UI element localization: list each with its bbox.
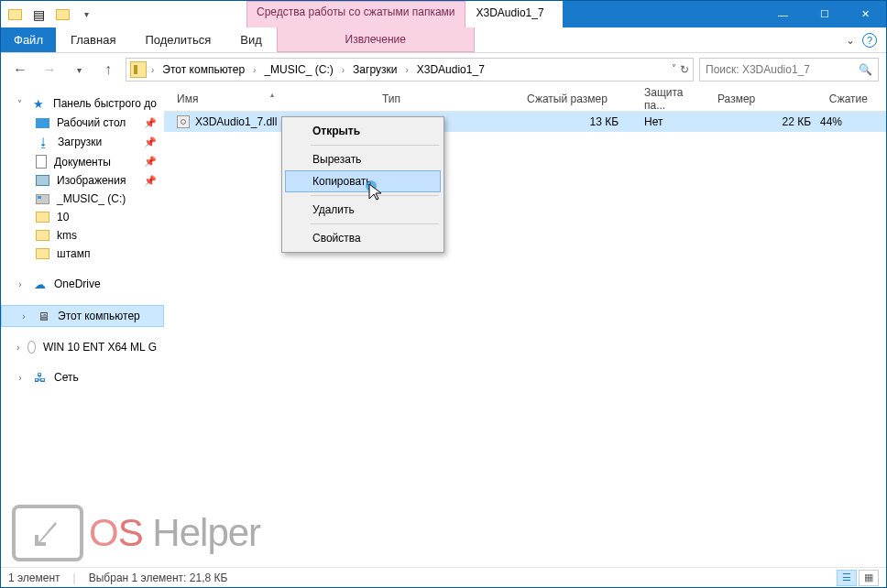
tab-home[interactable]: Главная xyxy=(56,27,130,52)
breadcrumb-current[interactable]: X3DAudio1_7 xyxy=(413,63,488,76)
chevron-right-icon[interactable]: › xyxy=(16,343,20,353)
ribbon: Файл Главная Поделиться Вид Извлечение ⌄… xyxy=(1,27,886,53)
navigation-row: ← → ▾ ↑ › Этот компьютер › _MUSIC_ (C:) … xyxy=(1,53,886,86)
back-button[interactable]: ← xyxy=(8,58,32,82)
nav-documents[interactable]: Документы📌 xyxy=(1,152,164,171)
window-controls: ― ☐ ✕ xyxy=(762,1,886,27)
address-bar[interactable]: › Этот компьютер › _MUSIC_ (C:) › Загруз… xyxy=(126,58,694,82)
breadcrumb-downloads[interactable]: Загрузки xyxy=(349,63,400,76)
col-name[interactable]: Имя▴ xyxy=(170,93,375,105)
chevron-right-icon[interactable]: › xyxy=(19,311,28,321)
thumbnails-view-button[interactable]: ▦ xyxy=(859,570,879,586)
drive-icon xyxy=(36,194,49,204)
address-dropdown-icon[interactable]: ˅ xyxy=(672,63,676,76)
status-bar: 1 элемент | Выбран 1 элемент: 21,8 КБ ☰ … xyxy=(1,567,886,587)
nav-onedrive[interactable]: ›☁OneDrive xyxy=(1,274,164,294)
search-icon[interactable]: 🔍 xyxy=(859,63,872,76)
qat-customize-icon[interactable]: ▾ xyxy=(76,5,96,25)
pin-icon: 📌 xyxy=(144,117,157,129)
column-headers: Имя▴ Тип Сжатый размер Защита па... Разм… xyxy=(164,86,886,112)
chevron-right-icon[interactable]: › xyxy=(16,373,25,383)
ctx-properties[interactable]: Свойства xyxy=(285,227,441,249)
quick-access-header[interactable]: ˅ ★ Панель быстрого до xyxy=(1,93,164,114)
folder-icon xyxy=(36,230,49,241)
tab-share[interactable]: Поделиться xyxy=(130,27,225,52)
nav-desktop[interactable]: Рабочий стол📌 xyxy=(1,114,164,132)
tab-extract[interactable]: Извлечение xyxy=(277,27,475,52)
breadcrumb-sep[interactable]: › xyxy=(250,65,258,75)
up-button[interactable]: ↑ xyxy=(96,58,120,82)
file-protection: Нет xyxy=(637,115,710,128)
pc-icon: 🖥 xyxy=(36,309,50,323)
file-compressed-size: 13 КБ xyxy=(520,115,637,128)
nav-this-pc[interactable]: ›🖥Этот компьютер xyxy=(1,305,164,327)
star-icon: ★ xyxy=(32,96,46,111)
chevron-right-icon[interactable]: › xyxy=(16,279,25,289)
nav-item-label: kms xyxy=(57,229,77,242)
disc-icon xyxy=(27,341,36,354)
folder-icon xyxy=(36,248,49,259)
ctx-copy[interactable]: Копировать xyxy=(285,170,441,192)
status-selection: Выбран 1 элемент: 21,8 КБ xyxy=(89,572,228,584)
nav-network[interactable]: ›🖧Сеть xyxy=(1,367,164,387)
qat-newfolder-icon[interactable] xyxy=(52,5,72,25)
qat-properties-icon[interactable]: ▤ xyxy=(28,5,49,25)
col-type[interactable]: Тип xyxy=(375,93,520,105)
nav-item-label: OneDrive xyxy=(54,278,101,290)
nav-item-label: Рабочий стол xyxy=(57,116,126,129)
nav-item-label: Документы xyxy=(54,156,111,169)
nav-dvd[interactable]: ›WIN 10 ENT X64 ML G xyxy=(1,338,164,356)
details-view-button[interactable]: ☰ xyxy=(837,570,857,586)
col-compressed-size[interactable]: Сжатый размер xyxy=(520,93,637,105)
folder-icon xyxy=(36,212,49,223)
breadcrumb-sep[interactable]: › xyxy=(339,65,347,75)
col-ratio[interactable]: Сжатие xyxy=(820,93,886,105)
nav-folder-stamp[interactable]: штамп xyxy=(1,245,164,263)
nav-drive-c[interactable]: _MUSIC_ (C:) xyxy=(1,190,164,208)
breadcrumb-sep[interactable]: › xyxy=(148,65,157,75)
tab-view[interactable]: Вид xyxy=(225,27,277,52)
close-button[interactable]: ✕ xyxy=(845,1,886,27)
minimize-button[interactable]: ― xyxy=(762,1,804,27)
refresh-icon[interactable]: ↻ xyxy=(680,63,689,76)
nav-downloads[interactable]: ⭳Загрузки📌 xyxy=(1,132,164,152)
file-size: 22 КБ xyxy=(710,115,820,128)
nav-item-label: Загрузки xyxy=(58,136,102,148)
dll-icon xyxy=(177,115,190,128)
nav-item-label: _MUSIC_ (C:) xyxy=(57,192,126,205)
col-protection[interactable]: Защита па... xyxy=(637,86,710,112)
search-placeholder: Поиск: X3DAudio1_7 xyxy=(706,63,859,76)
col-size[interactable]: Размер xyxy=(710,93,820,105)
help-icon[interactable]: ? xyxy=(862,33,877,48)
forward-button[interactable]: → xyxy=(38,58,61,82)
search-box[interactable]: Поиск: X3DAudio1_7 🔍 xyxy=(699,58,879,82)
breadcrumb-thispc[interactable]: Этот компьютер xyxy=(159,63,248,76)
expand-ribbon-icon[interactable]: ⌄ xyxy=(846,34,855,47)
nav-item-label: Изображения xyxy=(57,174,126,187)
ctx-cut[interactable]: Вырезать xyxy=(285,148,441,170)
nav-folder-10[interactable]: 10 xyxy=(1,208,164,226)
quick-access-toolbar: ▤ ▾ xyxy=(1,1,100,27)
location-icon xyxy=(130,61,147,78)
breadcrumb-drive[interactable]: _MUSIC_ (C:) xyxy=(260,63,336,76)
recent-locations-icon[interactable]: ▾ xyxy=(67,58,91,82)
sort-indicator-icon: ▴ xyxy=(270,91,274,99)
ctx-open[interactable]: Открыть xyxy=(285,120,441,142)
status-item-count: 1 элемент xyxy=(8,572,60,584)
nav-folder-kms[interactable]: kms xyxy=(1,226,164,245)
navigation-pane: ˅ ★ Панель быстрого до Рабочий стол📌 ⭳За… xyxy=(1,86,164,567)
file-tab[interactable]: Файл xyxy=(1,27,56,52)
contextual-tab-header: Средства работы со сжатыми папками xyxy=(246,1,465,27)
nav-item-label: Сеть xyxy=(54,371,79,384)
context-menu: Открыть Вырезать Копировать Удалить Свой… xyxy=(281,116,444,253)
maximize-button[interactable]: ☐ xyxy=(804,1,845,27)
nav-pictures[interactable]: Изображения📌 xyxy=(1,171,164,190)
chevron-down-icon[interactable]: ˅ xyxy=(16,99,25,109)
ctx-delete[interactable]: Удалить xyxy=(285,199,441,221)
document-icon xyxy=(36,155,47,169)
ctx-separator xyxy=(311,145,439,146)
watermark-cursor-icon xyxy=(12,505,83,561)
file-row[interactable]: X3DAudio1_7.dll приложения 13 КБ Нет 22 … xyxy=(164,112,886,132)
breadcrumb-sep[interactable]: › xyxy=(402,65,411,75)
content-area: Имя▴ Тип Сжатый размер Защита па... Разм… xyxy=(164,86,886,567)
